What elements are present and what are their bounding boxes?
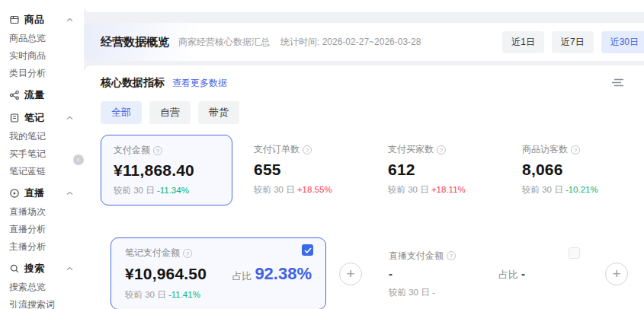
metric-label: 商品访客数 [522, 143, 568, 156]
sidebar-section-search: 搜索 搜索总览 引流搜索词 [9, 258, 84, 309]
sidebar-collapse-button[interactable]: ‹ [73, 154, 84, 165]
sidebar-section-label: 笔记 [24, 111, 44, 125]
metric-compare: 较前 30 日 -10.21% [522, 184, 632, 196]
sidebar-item-live-analysis[interactable]: 直播分析 [9, 221, 84, 238]
range-1d-button[interactable]: 近1日 [502, 31, 544, 53]
ratio-value: - [521, 267, 525, 280]
chevron-up-icon [66, 191, 73, 196]
sidebar-item-note-bluelink[interactable]: 笔记蓝链 [9, 163, 84, 180]
breakdown-label: 直播支付金额 [389, 250, 444, 263]
core-metrics-header: 核心数据指标 查看更多数据 [101, 76, 644, 90]
sidebar-section-label: 流量 [24, 88, 44, 102]
metric-value: 8,066 [522, 161, 632, 179]
breakdown-value-row: - 占比 - [389, 267, 578, 282]
sidebar-section-label: 直播 [24, 186, 44, 200]
metric-settings-icon[interactable] [611, 78, 623, 88]
chevron-up-icon [66, 266, 73, 271]
breakdown-value: - [389, 267, 392, 280]
metric-card-product-visitors[interactable]: 商品访客数 ? 8,066 较前 30 日 -10.21% [510, 135, 644, 205]
breakdown-value: ¥10,964.50 [125, 265, 207, 283]
metric-compare: 较前 30 日 +18.55% [254, 184, 364, 196]
metric-delta: +18.11% [431, 185, 466, 194]
sidebar-section-live: 直播 直播场次 直播分析 主播分析 [9, 183, 84, 256]
previous-card-edge [84, 0, 644, 12]
breakdown-label: 笔记支付金额 [125, 247, 180, 260]
sidebar-section-label: 商品 [24, 13, 44, 27]
sidebar-section-notes: 笔记 我的笔记 买手笔记 笔记蓝链 [9, 107, 84, 180]
help-icon[interactable]: ? [153, 146, 162, 155]
core-metrics-panel: 核心数据指标 查看更多数据 全部 自营 带货 支付金额 ? ¥11,868.40… [84, 65, 644, 309]
page-subtitle: 商家经营核心数据汇总 [178, 36, 270, 49]
payment-breakdown-row: 笔记支付金额 ? ¥10,964.50 占比 92.38% 较前 30 日 -1… [101, 237, 644, 309]
range-7d-button[interactable]: 近7日 [552, 31, 594, 53]
ratio-value: 92.38% [255, 264, 312, 284]
sidebar-section-header-live[interactable]: 直播 [9, 183, 84, 203]
metric-label: 支付订单数 [254, 143, 300, 156]
section-title: 核心数据指标 [101, 76, 165, 90]
metric-value: 655 [254, 161, 364, 179]
date-range-switcher: 近1日 近7日 近30日 [502, 31, 644, 53]
metric-card-paying-buyers[interactable]: 支付买家数 ? 612 较前 30 日 +18.11% [376, 135, 510, 205]
package-icon [9, 14, 20, 25]
metric-delta: +18.55% [297, 185, 332, 194]
stat-time-label: 统计时间: 2026-02-27~2026-03-28 [280, 36, 421, 49]
tab-all[interactable]: 全部 [101, 101, 142, 124]
metric-label: 支付金额 [114, 144, 150, 157]
help-icon[interactable]: ? [571, 145, 580, 154]
checkbox-checked-icon[interactable] [302, 244, 313, 256]
sidebar-section-header-notes[interactable]: 笔记 [9, 107, 84, 128]
note-icon [9, 113, 20, 123]
help-icon[interactable]: ? [183, 249, 192, 258]
overview-header-panel: 经营数据概览 商家经营核心数据汇总 统计时间: 2026-02-27~2026-… [84, 23, 644, 61]
add-metric-button[interactable]: + [339, 263, 362, 285]
sidebar-item-live-sessions[interactable]: 直播场次 [9, 203, 84, 221]
sidebar-section-header-products[interactable]: 商品 [9, 9, 84, 30]
range-30d-button[interactable]: 近30日 [601, 31, 644, 53]
chevron-up-icon [66, 116, 73, 120]
metric-value: ¥11,868.40 [114, 161, 219, 180]
sidebar-item-host-analysis[interactable]: 主播分析 [9, 238, 84, 256]
sidebar-item-realtime-products[interactable]: 实时商品 [9, 47, 84, 65]
breakdown-delta: - [432, 288, 435, 297]
sidebar-item-search-overview[interactable]: 搜索总览 [9, 279, 84, 296]
metric-delta: -10.21% [566, 185, 598, 194]
metric-card-payment-amount[interactable]: 支付金额 ? ¥11,868.40 较前 30 日 -11.34% [101, 135, 232, 205]
play-circle-icon [9, 188, 20, 199]
help-icon[interactable]: ? [303, 145, 312, 154]
sidebar-item-product-overview[interactable]: 商品总览 [9, 30, 84, 47]
breakdown-value-row: ¥10,964.50 占比 92.38% [125, 264, 312, 284]
checkbox-unchecked-icon[interactable] [569, 247, 580, 259]
breakdown-compare: 较前 30 日 -11.41% [125, 289, 312, 301]
chevron-up-icon [66, 18, 73, 22]
ratio-label: 占比 [232, 269, 252, 283]
tab-self-operated[interactable]: 自营 [149, 101, 191, 124]
search-icon [9, 263, 20, 274]
metric-compare: 较前 30 日 +18.11% [388, 184, 498, 196]
sidebar-section-header-search[interactable]: 搜索 [9, 258, 84, 279]
ratio-label: 占比 [498, 268, 518, 282]
metric-compare: 较前 30 日 -11.34% [114, 185, 219, 196]
metric-label: 支付买家数 [388, 143, 434, 156]
scope-tabs: 全部 自营 带货 [101, 101, 644, 124]
metric-value: 612 [388, 161, 498, 179]
page-title: 经营数据概览 [101, 35, 169, 49]
view-more-link[interactable]: 查看更多数据 [172, 77, 227, 90]
sidebar-section-traffic: 流量 [9, 84, 84, 105]
sidebar: 商品 商品总览 实时商品 类目分析 流量 笔记 我的笔记 买手笔记 [0, 0, 84, 309]
metric-delta: -11.34% [157, 186, 189, 195]
help-icon[interactable]: ? [447, 251, 456, 260]
breakdown-delta: -11.41% [168, 290, 200, 299]
breakdown-card-note-payment[interactable]: 笔记支付金额 ? ¥10,964.50 占比 92.38% 较前 30 日 -1… [111, 237, 326, 309]
breakdown-card-live-payment[interactable]: 直播支付金额 ? - 占比 - 较前 30 日 - [375, 241, 592, 307]
tab-affiliate[interactable]: 带货 [198, 101, 239, 124]
add-metric-button[interactable]: + [605, 263, 628, 285]
sidebar-item-category-analysis[interactable]: 类目分析 [9, 65, 84, 82]
sidebar-item-my-notes[interactable]: 我的笔记 [9, 128, 84, 145]
sidebar-section-header-traffic[interactable]: 流量 [9, 84, 84, 105]
metric-card-payment-orders[interactable]: 支付订单数 ? 655 较前 30 日 +18.55% [242, 135, 376, 205]
sidebar-section-products: 商品 商品总览 实时商品 类目分析 [9, 9, 84, 82]
help-icon[interactable]: ? [437, 145, 446, 154]
sidebar-item-traffic-keywords[interactable]: 引流搜索词 [9, 296, 84, 309]
sidebar-section-label: 搜索 [24, 262, 44, 276]
share-nodes-icon [9, 90, 20, 100]
